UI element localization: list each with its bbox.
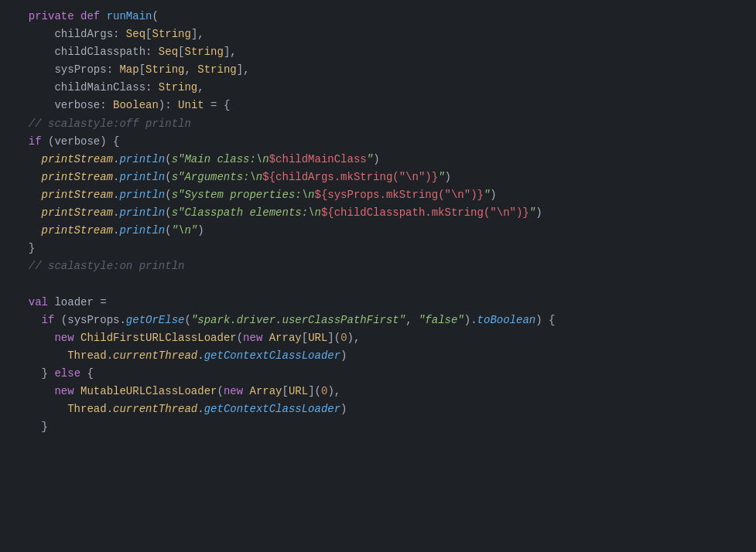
code-line-1: private def runMain(	[0, 8, 756, 26]
code-line-20: Thread.currentThread.getContextClassLoad…	[0, 347, 756, 365]
code-line-7: // scalastyle:off println	[0, 115, 756, 133]
code-line-2: childArgs: Seq[String],	[0, 26, 756, 43]
code-line-18: if (sysProps.getOrElse("spark.driver.use…	[0, 312, 756, 329]
code-line-4: sysProps: Map[String, String],	[0, 61, 756, 79]
code-line-23: Thread.currentThread.getContextClassLoad…	[0, 400, 756, 418]
code-line-8: if (verbose) {	[0, 133, 756, 151]
code-line-22: new MutableURLClassLoader(new Array[URL]…	[0, 383, 756, 400]
code-line-15: // scalastyle:on println	[0, 257, 756, 275]
code-line-6: verbose: Boolean): Unit = {	[0, 97, 756, 114]
code-line-13: printStream.println("​\n​")	[0, 222, 756, 240]
code-line-21: } else {	[0, 365, 756, 383]
code-line-14: }	[0, 240, 756, 257]
code-line-11: printStream.println(s​"System properties…	[0, 186, 756, 204]
code-line-3: childClasspath: Seq[String],	[0, 43, 756, 61]
code-line-5: childMainClass: String,	[0, 79, 756, 97]
code-line-17: val loader =	[0, 294, 756, 312]
code-editor: private def runMain( childArgs: Seq[Stri…	[0, 0, 756, 552]
code-line-9: printStream.println(s​"Main class:\n$chi…	[0, 151, 756, 169]
code-line-12: printStream.println(s​"Classpath element…	[0, 204, 756, 222]
code-line-16	[0, 275, 756, 293]
code-line-24: }	[0, 418, 756, 436]
code-line-19: new ChildFirstURLClassLoader(new Array[U…	[0, 329, 756, 347]
code-line-10: printStream.println(s​"Arguments:\n${chi…	[0, 169, 756, 186]
